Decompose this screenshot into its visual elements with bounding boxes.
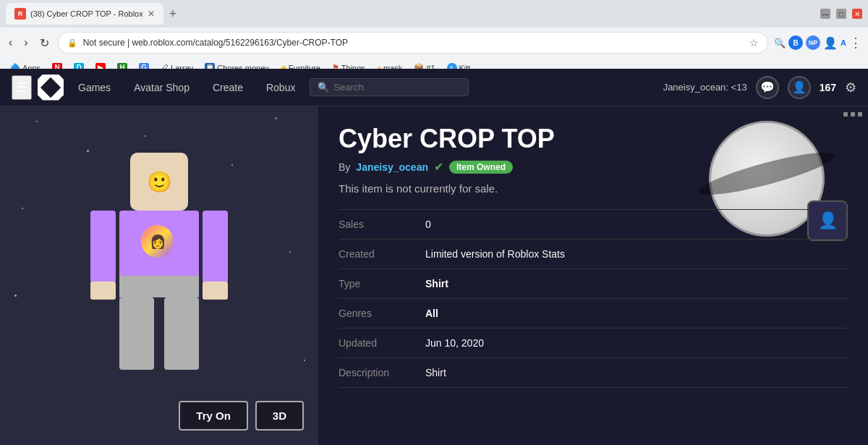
tab-close-button[interactable]: ✕ [148,9,155,19]
description-row: Description Shirt [339,358,848,388]
nav-robux-link[interactable]: Robux [258,79,304,96]
char-head: 🙂 [130,153,188,211]
preview-scene: 🙂 👩 [0,106,318,445]
sales-label: Sales [339,219,425,230]
by-prefix: By [339,161,350,173]
lock-icon: 🔒 [67,38,77,48]
verified-icon: ✔ [434,160,443,174]
nav-create-link[interactable]: Create [204,79,252,96]
char-torso: 👩 [119,211,199,283]
extensions-area: 🔍 B NP 👤 A ⋮ [774,35,862,51]
close-button[interactable]: ✕ [852,9,862,19]
content-area: 🙂 👩 Try On 3D [0,106,868,445]
type-row: Type Shirt [339,269,848,299]
more-icon[interactable]: ⋮ [849,35,862,51]
char-torso-lower [119,276,199,297]
bookmark-star-icon[interactable]: ☆ [749,37,759,48]
settings-gear-icon[interactable]: ⚙ [845,80,856,96]
tab-favicon: R [14,8,26,20]
dot-3 [858,112,862,116]
item-details-table: Sales 0 Created Limited version of Roblo… [339,209,848,388]
address-bar-row: ‹ › ↻ 🔒 Not secure | web.roblox.com/cata… [0,27,868,58]
user-icon[interactable]: 👤 [823,36,838,50]
roblox-nav: ☰ Games Avatar Shop Create Robux 🔍 Janei… [0,69,868,106]
char-arm-right [203,211,228,283]
char-leg-left [119,297,154,370]
chat-icon-button[interactable]: 💬 [756,76,779,99]
robux-count: 167 [820,82,836,93]
char-hand-left [90,281,116,300]
maximize-button[interactable]: □ [836,9,846,19]
char-face: 🙂 [147,170,172,194]
description-value: Shirt [425,367,446,378]
item-preview-panel: 🙂 👩 Try On 3D [0,106,318,445]
hamburger-menu-button[interactable]: ☰ [12,75,32,100]
item-details-panel: Cyber CROP TOP By Janeisy_ocean ✔ Item O… [318,106,868,445]
address-bar[interactable]: 🔒 Not secure | web.roblox.com/catalog/51… [58,32,768,54]
window-controls: — □ ✕ [820,9,862,19]
extensions-icon[interactable]: B [788,35,803,50]
genres-row: Genres All [339,299,848,329]
profile-icon[interactable]: NP [806,35,820,50]
item-author-row: By Janeisy_ocean ✔ Item Owned [339,160,848,174]
more-options-dots[interactable] [843,112,862,116]
char-leg-right [164,297,199,370]
three-d-button[interactable]: 3D [255,401,304,431]
not-for-sale-text: This item is not currently for sale. [339,182,848,195]
nav-right: Janeisy_ocean: <13 💬 👤 167 ⚙ [663,76,856,99]
author-name[interactable]: Janeisy_ocean [356,161,428,173]
search-nav-icon: 🔍 [318,82,329,93]
dot-1 [843,112,848,116]
translate-icon[interactable]: A [841,38,846,47]
nav-games-link[interactable]: Games [69,79,119,96]
search-bar[interactable]: 🔍 [310,78,469,96]
refresh-button[interactable]: ↻ [37,33,52,53]
username-display: Janeisy_ocean: <13 [663,82,747,93]
search-icon[interactable]: 🔍 [774,38,786,48]
updated-label: Updated [339,337,425,349]
preview-buttons: Try On 3D [179,401,304,431]
sales-value: 0 [425,219,431,230]
updated-row: Updated Jun 10, 2020 [339,329,848,358]
description-label: Description [339,367,425,378]
created-value: Limited version of Roblox Stats [425,248,565,260]
created-row: Created Limited version of Roblox Stats [339,240,848,269]
item-title: Cyber CROP TOP [339,124,848,154]
forward-button[interactable]: › [21,33,30,52]
nav-avatar-shop-link[interactable]: Avatar Shop [125,79,198,96]
genres-label: Genres [339,308,425,319]
minimize-button[interactable]: — [820,9,830,19]
back-button[interactable]: ‹ [6,33,15,52]
char-arm-left [90,211,116,283]
profile-nav-button[interactable]: 👤 [788,76,811,99]
dot-2 [851,112,855,116]
owned-badge: Item Owned [449,161,513,174]
tab-bar: R (38) Cyber CROP TOP - Roblox ✕ + — □ ✕ [0,0,868,27]
roblox-page: ☰ Games Avatar Shop Create Robux 🔍 Janei… [0,69,868,445]
active-tab[interactable]: R (38) Cyber CROP TOP - Roblox ✕ [6,3,163,25]
new-tab-button[interactable]: + [163,7,183,22]
roblox-logo[interactable] [38,75,64,101]
type-value: Shirt [425,278,448,289]
char-sticker: 👩 [141,225,174,258]
tab-title: (38) Cyber CROP TOP - Roblox [30,9,143,18]
char-hand-right [203,281,228,300]
sales-row: Sales 0 [339,210,848,240]
genres-value: All [425,308,438,319]
roblox-logo-diamond [41,77,61,97]
roblox-character: 🙂 👩 [72,153,246,399]
url-text: Not secure | web.roblox.com/catalog/5162… [83,38,744,48]
search-input[interactable] [333,82,461,93]
created-label: Created [339,248,425,260]
type-label: Type [339,278,425,289]
updated-value: Jun 10, 2020 [425,337,484,349]
try-on-button[interactable]: Try On [179,401,248,431]
